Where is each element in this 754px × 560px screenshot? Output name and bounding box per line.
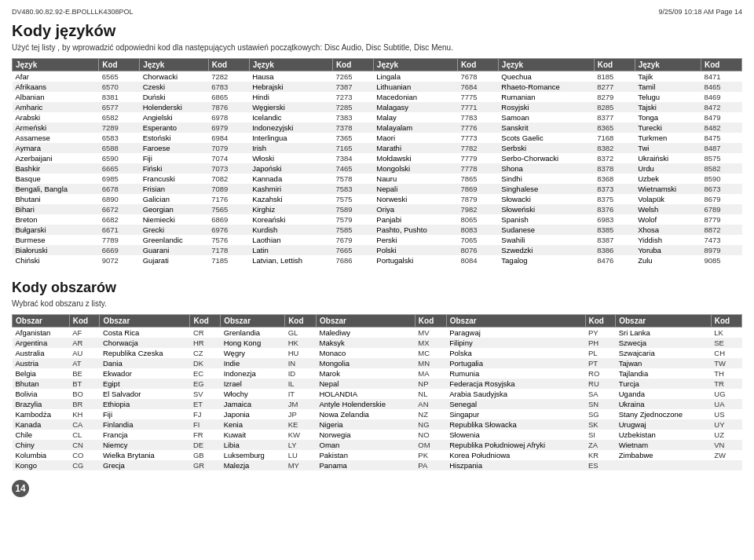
table-row: Assamese6583Estoński6984Interlingua7365M…: [13, 133, 742, 143]
lang-name: Laothian: [249, 235, 332, 245]
area-code: PL: [585, 348, 616, 358]
table-row: Afrikaans6570Czeski6783Hebrajski7387Lith…: [13, 82, 742, 92]
area-code: AN: [415, 399, 446, 409]
lang-code: 6978: [208, 112, 249, 123]
lang-name: Yiddish: [635, 235, 701, 245]
area-code: GB: [190, 450, 221, 460]
lang-name: Niemiecki: [140, 214, 209, 225]
area-code: MA: [415, 368, 446, 379]
lang-name: Bihari: [13, 204, 99, 214]
lang-code: 6672: [99, 204, 140, 214]
areas-subtitle: Wybrać kod obszaru z listy.: [12, 299, 742, 308]
lang-code: 8372: [594, 153, 635, 163]
lang-code: 8376: [594, 204, 635, 214]
lang-name: Hebrajski: [249, 82, 332, 92]
area-code: JP: [285, 409, 317, 419]
area-code: NL: [415, 389, 446, 399]
area-name: Ukraina: [616, 399, 712, 409]
area-code: EC: [190, 368, 221, 379]
area-code: AT: [69, 358, 100, 368]
area-name: Francja: [100, 430, 190, 440]
lang-code: 7775: [457, 92, 498, 102]
header-bar: DV480.90.82.92-E.BPOLLLK4308POL 9/25/09 …: [12, 8, 742, 16]
lang-name: Angielski: [140, 112, 209, 123]
area-code: PT: [585, 358, 616, 368]
lang-code: 8387: [594, 235, 635, 245]
area-code: US: [711, 409, 741, 419]
area-name: Belgia: [13, 368, 70, 379]
area-name: Hiszpania: [446, 460, 585, 470]
area-name: Costa Rica: [100, 328, 190, 339]
lang-code: 6783: [208, 82, 249, 92]
lang-code: 6890: [99, 194, 140, 204]
lang-code: 8575: [701, 153, 742, 163]
areas-table-wrap: ObszarKodObszarKodObszarKodObszarKodObsz…: [12, 314, 742, 474]
area-name: Wielka Brytania: [100, 450, 190, 460]
lang-code: 8378: [594, 163, 635, 174]
table-row: AfganistanAFCosta RicaCRGrenlandiaGLMale…: [13, 328, 742, 339]
lang-code: 6565: [99, 71, 140, 82]
lang-name: Latvian, Lettish: [249, 255, 332, 265]
area-name: Izrael: [221, 379, 285, 389]
area-name: Australia: [13, 348, 70, 358]
lang-code: 8472: [701, 102, 742, 112]
lang-code: 8385: [594, 225, 635, 235]
area-code: KR: [585, 450, 616, 460]
table-row: Albanian8381Duński6865Hindi7273Macedonia…: [13, 92, 742, 102]
area-code: DK: [190, 358, 221, 368]
lang-name: Kannada: [249, 174, 332, 184]
area-name: Mongolia: [317, 358, 415, 368]
lang-name: Fiji: [140, 153, 209, 163]
area-code: NZ: [415, 409, 446, 419]
area-code: BE: [69, 368, 100, 379]
table-row: BelgiaBEEkwadorECIndonezjaIDMarokMARumun…: [13, 368, 742, 379]
area-col-header: Kod: [69, 315, 100, 328]
table-row: Bułgarski6671Grecki6976Kurdish7585Pashto…: [13, 225, 742, 235]
lang-code: 8479: [701, 112, 742, 123]
lang-name: Duński: [140, 92, 209, 102]
lang-name: Malay: [373, 112, 457, 123]
lang-name: Perski: [373, 235, 457, 245]
lang-name: Assamese: [13, 133, 99, 143]
area-name: Ekwador: [100, 368, 190, 379]
area-name: Dania: [100, 358, 190, 368]
area-name: Federacja Rosyjska: [446, 379, 585, 389]
lang-code: 6979: [208, 123, 249, 133]
lang-name: Quechua: [498, 71, 594, 82]
lang-col-header: Kod: [701, 59, 742, 71]
lang-name: Sindhi: [498, 174, 594, 184]
area-name: Węgry: [221, 348, 285, 358]
lang-code: 8582: [701, 163, 742, 174]
area-code: AR: [69, 338, 100, 348]
lang-code: 6869: [208, 214, 249, 225]
area-code: AU: [69, 348, 100, 358]
lang-code: 8779: [701, 214, 742, 225]
lang-col-header: Język: [13, 59, 99, 71]
lang-code: 7579: [332, 214, 373, 225]
area-name: Nigeria: [317, 419, 415, 430]
lang-code: 7178: [208, 245, 249, 255]
lang-name: Panjabi: [373, 214, 457, 225]
lang-name: Chiński: [13, 255, 99, 265]
area-code: TW: [711, 358, 741, 368]
table-row: BhutanBTEgiptEGIzraelILNepalNPFederacja …: [13, 379, 742, 389]
lang-name: Shona: [498, 163, 594, 174]
table-row: KambodżaKHFijiFJJaponiaJPNowa ZelandiaNZ…: [13, 409, 742, 419]
lang-name: Swahili: [498, 235, 594, 245]
table-row: KongoCGGrecjaGRMalezjaMYPanamaPAHiszpani…: [13, 460, 742, 470]
table-row: ChinyCNNiemcyDELibiaLYOmanOMRepublika Po…: [13, 440, 742, 450]
languages-subtitle: Użyć tej listy , by wprowadzić odpowiedn…: [12, 43, 742, 52]
lang-code: 6678: [99, 184, 140, 194]
area-name: Grecja: [100, 460, 190, 470]
area-name: Nowa Zelandia: [317, 409, 415, 419]
lang-name: Słoweński: [498, 204, 594, 214]
area-code: UG: [711, 389, 741, 399]
area-col-header: Kod: [585, 315, 616, 328]
area-code: RO: [585, 368, 616, 379]
lang-name: Tajski: [635, 102, 701, 112]
area-name: Oman: [317, 440, 415, 450]
table-row: BrazyliaBREthiopiaETJamaicaJMAntyle Hole…: [13, 399, 742, 409]
lang-code: 7473: [701, 235, 742, 245]
area-name: Słowenia: [446, 430, 585, 440]
lang-code: 7089: [208, 184, 249, 194]
